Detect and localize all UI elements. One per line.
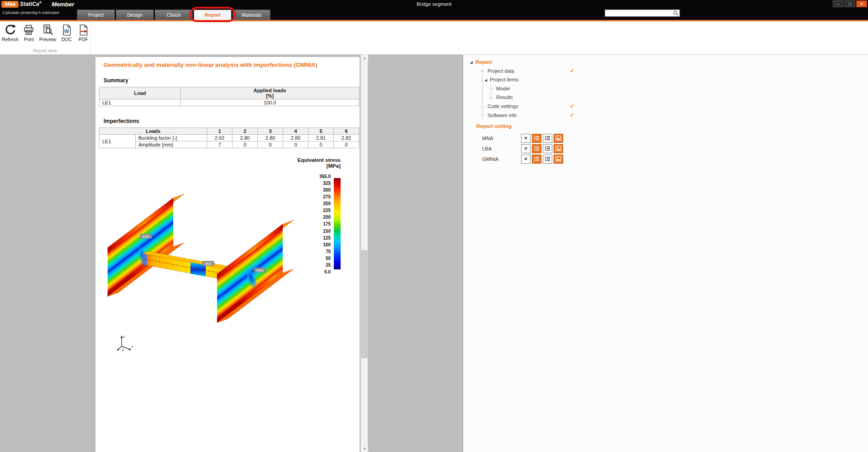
detail-list-icon <box>534 156 540 162</box>
summary-heading: Summary <box>104 77 353 84</box>
imperfections-load-cell: LE1 <box>100 135 136 148</box>
statica-logo-text: StatiCa <box>20 1 39 7</box>
tree-tick <box>480 71 485 71</box>
expander-icon[interactable] <box>470 61 473 64</box>
tab-report[interactable]: Report <box>194 9 232 20</box>
legend-tick: 25 <box>319 263 331 268</box>
titlebar: Idea StatiCa® Member Bridge segment – □ … <box>0 0 868 8</box>
module-name: Member <box>52 1 74 8</box>
print-icon <box>23 24 35 36</box>
check-icon[interactable]: ✓ <box>570 67 574 76</box>
gmnia-detail-output-button[interactable] <box>543 155 552 164</box>
legend-color-bar <box>334 178 341 269</box>
tree-item-software-info[interactable]: Software info ✓ <box>470 111 596 120</box>
scrollbar-thumb[interactable] <box>361 250 367 358</box>
preview-label: Preview <box>39 37 56 42</box>
tab-materials[interactable]: Materials <box>232 9 270 20</box>
axis-z-label: z <box>123 334 125 339</box>
scroll-up-button[interactable]: ▲ <box>361 55 368 61</box>
mna-exclude-button[interactable]: × <box>521 134 531 143</box>
imperfections-table: Loads 1 2 3 4 5 6 LE1 Buckling factor [-… <box>99 127 359 148</box>
gmnia-picture-button[interactable] <box>554 155 563 164</box>
expander-icon[interactable] <box>484 79 487 81</box>
legend-tick: 125 <box>319 235 331 240</box>
picture-icon <box>555 135 561 141</box>
x-icon: × <box>524 156 527 161</box>
tab-design[interactable]: Design <box>116 9 154 20</box>
tab-check[interactable]: Check <box>155 9 193 20</box>
doc-icon: W <box>61 24 73 36</box>
list-icon <box>545 146 550 151</box>
detail-list-icon <box>534 135 540 141</box>
close-button[interactable]: × <box>856 0 867 7</box>
doc-export-button[interactable]: W DOC <box>60 24 73 42</box>
lba-picture-button[interactable] <box>554 144 563 153</box>
report-scrollbar[interactable]: ▲ ▼ <box>360 55 368 452</box>
legend-tick: 325 <box>319 181 331 186</box>
refresh-button[interactable]: Refresh <box>2 24 19 42</box>
check-icon[interactable]: ✓ <box>570 102 574 111</box>
report-tree: Report Project data ✓ Project items Mode… <box>470 58 596 120</box>
ribbon-group-label: Report view <box>0 48 90 53</box>
pdf-label: PDF <box>79 37 88 42</box>
tree-item-report[interactable]: Report <box>470 58 596 67</box>
gmnia-brief-output-button[interactable] <box>532 155 541 164</box>
amplitude-value-6: 0 <box>334 141 359 148</box>
window-title: Bridge segment <box>417 1 451 7</box>
summary-col-applied-line1: Applied loads <box>183 88 357 93</box>
setting-row-label: LBA <box>470 146 521 151</box>
search-input[interactable] <box>605 10 673 16</box>
doc-label: DOC <box>61 37 71 42</box>
minimize-icon: – <box>837 1 839 7</box>
buckling-value-1: 2.62 <box>207 135 232 141</box>
search-icon <box>673 10 678 16</box>
tree-tick <box>480 80 483 80</box>
summary-col-applied-line2: [%] <box>183 93 357 99</box>
registered-mark: ® <box>39 1 42 4</box>
print-label: Print <box>24 37 34 42</box>
tree-tick <box>480 115 485 116</box>
buckling-value-3: 2.80 <box>258 135 283 141</box>
tree-item-label: Software info <box>488 113 517 118</box>
amplitude-value-2: 0 <box>232 141 258 148</box>
stress-legend: Equivalent stress [MPa] 355.0 325 300 27… <box>283 157 341 274</box>
maximize-button[interactable]: □ <box>844 0 855 7</box>
tree-item-label: Project items <box>490 77 519 82</box>
pdf-export-button[interactable]: PDF <box>77 24 90 42</box>
setting-row-gmnia: GMNIA × <box>470 154 564 164</box>
tab-project[interactable]: Project <box>77 9 115 20</box>
ribbon: Refresh Print Preview W DOC PDF Report v… <box>0 21 868 55</box>
legend-tick: 50 <box>319 256 331 261</box>
tree-item-results[interactable]: Results <box>470 93 596 102</box>
scroll-down-button[interactable]: ▼ <box>361 445 368 452</box>
tree-item-model[interactable]: Model <box>470 85 596 94</box>
report-setting-heading: Report setting <box>470 123 564 129</box>
lba-brief-output-button[interactable] <box>532 144 541 153</box>
mna-brief-output-button[interactable] <box>532 134 541 143</box>
tree-item-code-settings[interactable]: Code settings ✓ <box>470 102 596 111</box>
buckling-value-5: 2.81 <box>308 135 334 141</box>
tree-item-project-items[interactable]: Project items <box>470 75 596 85</box>
lba-exclude-button[interactable]: × <box>521 144 531 153</box>
picture-icon <box>555 156 561 162</box>
print-button[interactable]: Print <box>23 24 35 42</box>
lba-detail-output-button[interactable] <box>543 144 552 153</box>
tree-item-project-data[interactable]: Project data ✓ <box>470 67 596 76</box>
report-page: Geometrically and materially non-linear … <box>95 56 360 452</box>
close-icon: × <box>860 1 863 7</box>
legend-tick: 150 <box>319 229 331 234</box>
check-icon[interactable]: ✓ <box>570 111 574 120</box>
report-settings-panel: Report Project data ✓ Project items Mode… <box>463 55 868 452</box>
picture-icon <box>555 146 561 151</box>
axis-y-label: y <box>122 348 124 352</box>
preview-button[interactable]: Preview <box>39 24 56 42</box>
summary-col-applied: Applied loads [%] <box>181 87 359 99</box>
tree-tick <box>489 98 493 98</box>
legend-tick-labels: 355.0 325 300 275 250 225 200 175 150 12… <box>319 174 331 274</box>
mna-picture-button[interactable] <box>554 134 563 143</box>
gmnia-exclude-button[interactable]: × <box>521 155 531 164</box>
mode-header-4: 4 <box>283 128 308 135</box>
minimize-button[interactable]: – <box>833 0 844 7</box>
mna-detail-output-button[interactable] <box>543 134 552 143</box>
setting-row-label: GMNIA <box>470 156 521 162</box>
